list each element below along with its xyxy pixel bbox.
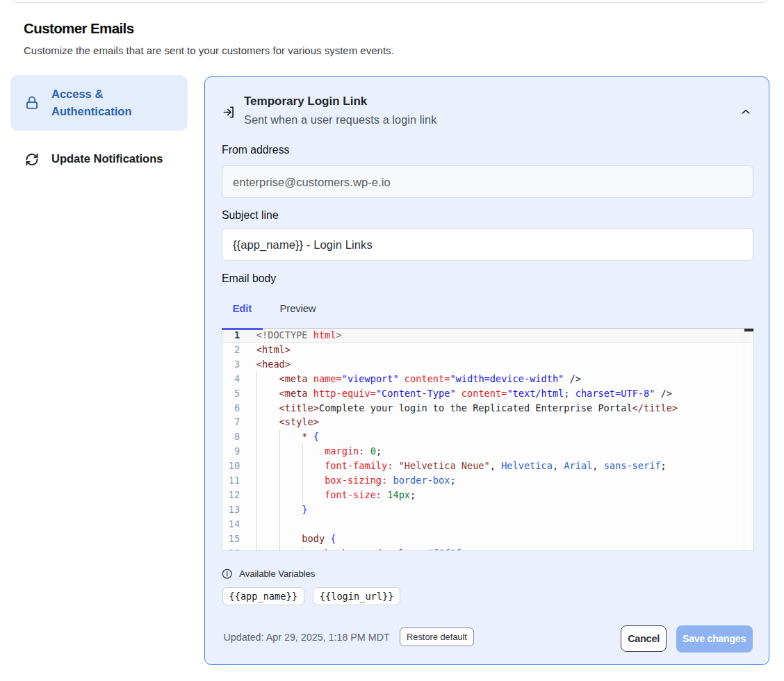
log-in-icon — [222, 106, 236, 119]
gutter-line-number: 14 — [222, 517, 240, 532]
gutter-line-number: 6 — [222, 401, 240, 416]
indent-guide — [302, 444, 303, 502]
indent-guide — [279, 429, 280, 551]
subject-line-value: {{app_name}} - Login Links — [233, 238, 373, 252]
editor-scrollbar-thumb[interactable] — [744, 328, 753, 331]
from-address-input[interactable]: enterprise@customers.wp-e.io — [222, 165, 753, 198]
lock-icon — [25, 96, 39, 110]
code-line: <meta name="viewport" content="width=dev… — [256, 372, 678, 386]
email-settings-card: Temporary Login Link Sent when a user re… — [204, 76, 769, 665]
editor-scrollbar-track — [744, 329, 744, 550]
from-address-value: enterprise@customers.wp-e.io — [233, 176, 391, 189]
tab-edit[interactable]: Edit — [222, 302, 263, 329]
page: Customer Emails Customize the emails tha… — [0, 0, 784, 681]
gutter-line-number: 7 — [222, 415, 240, 429]
code-line: font-size: 14px; — [256, 488, 678, 502]
cancel-button[interactable]: Cancel — [621, 625, 667, 653]
variable-chip[interactable]: {{login_url}} — [313, 587, 401, 606]
page-title: Customer Emails — [24, 20, 133, 37]
code-line: <meta http-equiv="Content-Type" content=… — [256, 386, 678, 401]
gutter-line-number: 8 — [222, 429, 240, 444]
code-line — [256, 517, 678, 532]
code-line: * { — [256, 429, 678, 444]
previous-card-edge — [10, 0, 769, 3]
sidebar-item-access-authentication[interactable]: Access & Authentication — [10, 75, 188, 131]
sidebar-item-label: Access & Authentication — [51, 85, 170, 121]
code-line: } — [256, 502, 678, 517]
indent-guide — [256, 372, 257, 551]
editor-tabs: Edit Preview — [222, 302, 327, 329]
gutter-line-number: 1 — [222, 328, 240, 343]
gutter-line-number: 3 — [222, 357, 240, 372]
email-body-label: Email body — [222, 272, 276, 285]
card-title: Temporary Login Link — [244, 95, 367, 108]
variable-chip[interactable]: {{app_name}} — [222, 587, 304, 606]
info-icon — [222, 568, 232, 579]
card-subtitle: Sent when a user requests a login link — [244, 113, 436, 126]
code-line: margin: 0; — [256, 444, 678, 459]
from-address-label: From address — [222, 144, 289, 156]
refresh-icon — [25, 152, 39, 166]
gutter-line-number: 13 — [222, 502, 240, 517]
gutter-line-number: 4 — [222, 372, 240, 386]
active-tab-underline — [222, 328, 263, 331]
gutter-line-number: 2 — [222, 343, 240, 357]
gutter-line-number: 10 — [222, 459, 240, 473]
tab-label: Preview — [280, 302, 316, 314]
chevron-up-icon[interactable] — [740, 106, 751, 117]
code-line: <style> — [256, 415, 678, 429]
gutter-line-number: 16 — [222, 546, 240, 551]
code-editor[interactable]: 12345678910111213141516 <!DOCTYPE html><… — [222, 328, 754, 551]
code-line: background-color: #f6f8fa; — [256, 546, 678, 551]
available-variables-row: Available Variables — [222, 568, 315, 579]
code-line: box-sizing: border-box; — [256, 473, 678, 488]
sidebar-item-update-notifications[interactable]: Update Notifications — [10, 131, 188, 187]
code-line: <head> — [256, 357, 678, 372]
subject-line-label: Subject line — [222, 209, 279, 222]
code-line: <html> — [256, 343, 678, 357]
variable-chips: {{app_name}} {{login_url}} — [222, 587, 401, 606]
code-line: <!DOCTYPE html> — [256, 328, 678, 343]
page-subtitle: Customize the emails that are sent to yo… — [24, 44, 394, 56]
editor-gutter: 12345678910111213141516 — [222, 328, 240, 551]
subject-line-input[interactable]: {{app_name}} - Login Links — [222, 228, 753, 261]
sidebar-item-label: Update Notifications — [51, 150, 163, 168]
tab-preview[interactable]: Preview — [268, 302, 328, 329]
gutter-line-number: 5 — [222, 386, 240, 401]
code-line: <title>Complete your login to the Replic… — [256, 401, 678, 416]
save-changes-button[interactable]: Save changes — [676, 625, 753, 653]
indent-guide — [302, 546, 303, 551]
gutter-line-number: 11 — [222, 473, 240, 488]
code-line: body { — [256, 532, 678, 546]
code-line: font-family: "Helvetica Neue", Helvetica… — [256, 459, 678, 473]
editor-code: <!DOCTYPE html><html><head> <meta name="… — [256, 328, 678, 551]
tab-label: Edit — [233, 302, 252, 314]
gutter-line-number: 9 — [222, 444, 240, 459]
restore-default-button[interactable]: Restore default — [400, 627, 474, 647]
gutter-line-number: 15 — [222, 532, 240, 546]
available-variables-label: Available Variables — [239, 568, 315, 579]
gutter-line-number: 12 — [222, 488, 240, 502]
updated-timestamp: Updated: Apr 29, 2025, 1:18 PM MDT — [224, 632, 390, 643]
